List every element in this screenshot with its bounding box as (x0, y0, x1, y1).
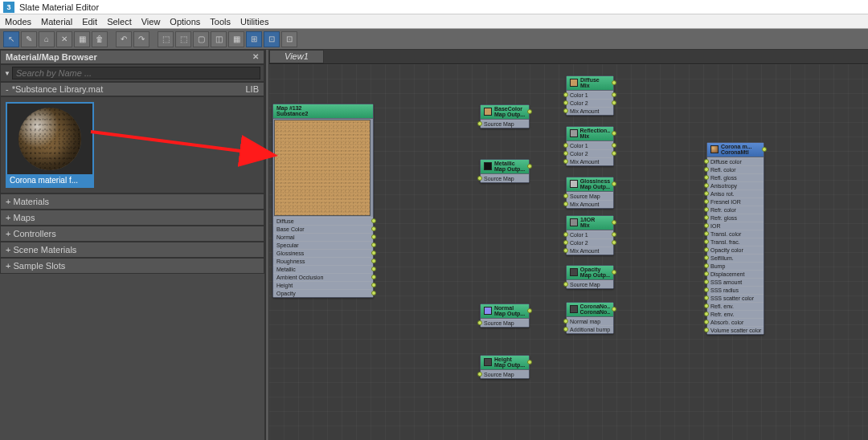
tool-layout7[interactable]: ⊡ (264, 31, 280, 47)
material-browser-panel: Material/Map Browser ✕ ▼ -*Substance Lib… (0, 50, 265, 440)
close-icon[interactable]: ✕ (252, 52, 259, 62)
tool-delete[interactable]: 🗑 (92, 31, 108, 47)
cat-scene-materials[interactable]: + Scene Materials (0, 242, 264, 258)
toolbar: ↖ ✎ ⌂ ✕ ▦ 🗑 ↶ ↷ ⬚ ⬚ ▢ ◫ ▦ ⊞ ⊡ ⊡ (0, 29, 868, 50)
cat-materials[interactable]: + Materials (0, 194, 264, 210)
node-substance[interactable]: Map #132Substance2 Diffuse Base Color No… (272, 104, 374, 298)
node-corona-normal[interactable]: CoronaNo...CoronaNo... Normal map Additi… (566, 302, 614, 334)
menu-utilities[interactable]: Utilities (240, 17, 268, 26)
node-ior-mix[interactable]: 1/IORMix Color 1 Color 2 Mix Amount (566, 215, 614, 255)
material-thumb-label: Corona material f... (7, 174, 92, 186)
menu-tools[interactable]: Tools (210, 17, 231, 26)
tool-layout2[interactable]: ⬚ (175, 31, 191, 47)
menu-bar: Modes Material Edit Select View Options … (0, 14, 868, 29)
texture-icon (570, 218, 578, 226)
search-input[interactable] (12, 67, 260, 79)
node-normal[interactable]: NormalMap Outp... Source Map (480, 304, 530, 328)
tool-layout8[interactable]: ⊡ (281, 31, 297, 47)
texture-icon (484, 358, 492, 366)
tool-pointer[interactable]: ↖ (3, 31, 19, 47)
texture-icon (484, 162, 492, 170)
node-reflection-mix[interactable]: Reflection...Mix Color 1 Color 2 Mix Amo… (566, 126, 614, 166)
node-corona-material[interactable]: Corona m...CoronaMtl Diffuse color Refl.… (706, 142, 764, 335)
node-canvas[interactable]: Map #132Substance2 Diffuse Base Color No… (269, 64, 868, 440)
tool-layout1[interactable]: ⬚ (158, 31, 174, 47)
view-tabs: View1 (269, 50, 868, 64)
library-thumb-area: Corona material f... (0, 96, 264, 194)
node-viewport[interactable]: View1 (269, 50, 868, 440)
library-header[interactable]: -*Substance Library.mat LIB (0, 82, 264, 96)
texture-icon (570, 305, 578, 313)
cat-maps[interactable]: + Maps (0, 210, 264, 226)
node-gloss[interactable]: GlossinessMap Outp... Source Map Mix Amo… (566, 177, 614, 209)
material-preview-sphere (18, 108, 81, 170)
cat-controllers[interactable]: + Controllers (0, 226, 264, 242)
browser-title: Material/Map Browser (6, 52, 97, 62)
out-diffuse[interactable]: Diffuse (273, 217, 373, 225)
node-diffuse-mix[interactable]: DiffuseMix Color 1 Color 2 Mix Amount (566, 75, 614, 116)
tool-layout4[interactable]: ◫ (211, 31, 227, 47)
out-height[interactable]: Height (273, 281, 373, 289)
window-title: Slate Material Editor (19, 2, 99, 12)
title-bar: 3 Slate Material Editor (0, 0, 868, 14)
out-specular[interactable]: Specular (273, 241, 373, 249)
tool-remove[interactable]: ✕ (56, 31, 72, 47)
browser-title-bar: Material/Map Browser ✕ (0, 50, 264, 64)
search-row: ▼ (0, 64, 264, 82)
node-opacity[interactable]: OpacityMap Outp... Source Map (566, 265, 614, 289)
view-tab-view1[interactable]: View1 (269, 50, 324, 63)
material-sphere-icon (710, 145, 719, 153)
menu-edit[interactable]: Edit (82, 17, 97, 26)
tool-layout6[interactable]: ⊞ (246, 31, 262, 47)
texture-icon (484, 108, 492, 116)
menu-material[interactable]: Material (41, 17, 72, 26)
menu-select[interactable]: Select (107, 17, 132, 26)
node-basecolor[interactable]: BaseColorMap Outp... Source Map (480, 104, 530, 128)
menu-options[interactable]: Options (170, 17, 200, 26)
tool-assign[interactable]: ⌂ (39, 31, 55, 47)
node-height[interactable]: HeightMap Outp... Source Map (480, 355, 530, 379)
out-metallic[interactable]: Metallic (273, 265, 373, 273)
out-opacity[interactable]: Opacity (273, 289, 373, 297)
out-roughness[interactable]: Roughness (273, 257, 373, 265)
tool-undo[interactable]: ↶ (116, 31, 132, 47)
tool-layout3[interactable]: ▢ (193, 31, 209, 47)
app-icon: 3 (3, 2, 14, 13)
texture-icon (570, 268, 578, 276)
out-basecolor[interactable]: Base Color (273, 225, 373, 233)
cat-sample-slots[interactable]: + Sample Slots (0, 258, 264, 274)
node-texture-preview (274, 120, 371, 216)
tool-eyedropper[interactable]: ✎ (21, 31, 37, 47)
tool-show-map[interactable]: ▦ (74, 31, 90, 47)
menu-modes[interactable]: Modes (5, 17, 31, 26)
out-glossiness[interactable]: Glossiness (273, 249, 373, 257)
node-header[interactable]: Map #132Substance2 (273, 104, 373, 119)
texture-icon (570, 129, 578, 137)
tool-layout5[interactable]: ▦ (228, 31, 244, 47)
out-normal[interactable]: Normal (273, 233, 373, 241)
out-ao[interactable]: Ambient Occlusion (273, 273, 373, 281)
search-menu-icon[interactable]: ▼ (4, 70, 10, 77)
menu-view[interactable]: View (141, 17, 161, 26)
node-metallic[interactable]: MetallicMap Outp... Source Map (480, 159, 530, 183)
texture-icon (570, 79, 578, 87)
library-tag: LIB (245, 84, 259, 94)
tool-redo[interactable]: ↷ (133, 31, 149, 47)
texture-icon (570, 180, 578, 188)
texture-icon (484, 307, 492, 315)
material-thumbnail[interactable]: Corona material f... (6, 102, 94, 188)
